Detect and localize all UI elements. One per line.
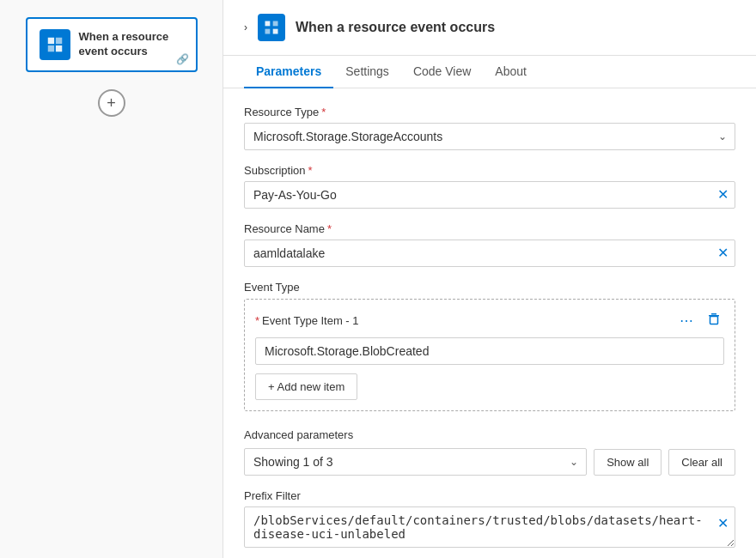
panel-header-icon (258, 14, 285, 41)
prefix-filter-section: Prefix Filter ✕ (244, 489, 735, 550)
event-type-field: Event Type * Event Type Item - 1 ⋯ (244, 281, 735, 411)
svg-rect-4 (265, 21, 271, 27)
event-type-container: * Event Type Item - 1 ⋯ (244, 299, 735, 411)
resource-type-label: Resource Type * (244, 106, 735, 118)
form-content: Resource Type * ⌄ Subscription * ✕ Resou… (223, 88, 756, 558)
tabs-bar: Parameters Settings Code View About (223, 56, 756, 88)
trigger-icon (40, 29, 70, 60)
trigger-card-label: When a resource event occurs (79, 30, 184, 59)
required-star-3: * (327, 222, 332, 235)
prefix-filter-input[interactable] (244, 506, 735, 548)
resource-name-clear-button[interactable]: ✕ (717, 246, 729, 260)
resource-name-input[interactable] (244, 240, 735, 267)
add-new-item-button[interactable]: + Add new item (255, 373, 357, 400)
subscription-input[interactable] (244, 181, 735, 209)
subscription-field: Subscription * ✕ (244, 164, 735, 209)
panel-title: When a resource event occurs (296, 20, 495, 35)
collapse-chevron[interactable]: › (244, 21, 247, 33)
event-type-actions: ⋯ (676, 310, 724, 331)
panel-header: › When a resource event occurs (223, 0, 756, 56)
svg-rect-10 (710, 317, 718, 324)
right-panel: › When a resource event occurs Parameter… (223, 0, 756, 558)
svg-rect-0 (47, 38, 53, 44)
tab-parameters[interactable]: Parameters (244, 56, 333, 88)
required-star-2: * (308, 164, 313, 177)
advanced-section: Advanced parameters ⌄ Show all Clear all (244, 428, 735, 476)
left-panel: When a resource event occurs 🔗 + (0, 0, 223, 558)
link-icon: 🔗 (176, 53, 189, 65)
svg-rect-3 (55, 45, 61, 52)
advanced-parameters-label: Advanced parameters (244, 428, 735, 441)
prefix-filter-label: Prefix Filter (244, 489, 735, 502)
required-star: * (321, 106, 326, 118)
prefix-clear-button[interactable]: ✕ (717, 515, 729, 531)
tab-code-view[interactable]: Code View (401, 56, 483, 88)
subscription-input-wrapper: ✕ (244, 181, 735, 209)
svg-rect-9 (711, 313, 716, 315)
tab-settings[interactable]: Settings (333, 56, 401, 88)
svg-rect-1 (55, 38, 61, 44)
svg-rect-5 (273, 21, 278, 27)
resource-type-select-wrapper: ⌄ (244, 123, 735, 150)
add-step-button[interactable]: + (98, 89, 125, 117)
advanced-select-input[interactable] (244, 448, 587, 476)
advanced-select-wrapper: ⌄ (244, 448, 587, 476)
resource-type-field: Resource Type * ⌄ (244, 106, 735, 150)
event-type-input[interactable] (255, 337, 724, 365)
event-type-item-header: * Event Type Item - 1 ⋯ (255, 310, 724, 331)
show-all-button[interactable]: Show all (594, 449, 662, 476)
clear-all-button[interactable]: Clear all (668, 449, 735, 476)
resource-type-input[interactable] (244, 123, 735, 150)
subscription-clear-button[interactable]: ✕ (717, 188, 729, 202)
resource-name-input-wrapper: ✕ (244, 240, 735, 267)
resource-name-field: Resource Name * ✕ (244, 222, 735, 267)
event-type-delete-button[interactable] (704, 310, 724, 331)
advanced-controls: ⌄ Show all Clear all (244, 448, 735, 476)
event-type-more-button[interactable]: ⋯ (676, 311, 697, 331)
svg-rect-2 (47, 45, 53, 52)
resource-name-label: Resource Name * (244, 222, 735, 235)
trigger-card[interactable]: When a resource event occurs 🔗 (26, 17, 198, 72)
prefix-input-wrapper: ✕ (244, 506, 735, 550)
event-type-item-label: * Event Type Item - 1 (255, 314, 359, 327)
required-star-4: * (255, 314, 259, 327)
svg-rect-7 (273, 29, 278, 34)
svg-rect-6 (265, 29, 271, 34)
event-type-label: Event Type (244, 281, 735, 294)
subscription-label: Subscription * (244, 164, 735, 177)
tab-about[interactable]: About (483, 56, 539, 88)
